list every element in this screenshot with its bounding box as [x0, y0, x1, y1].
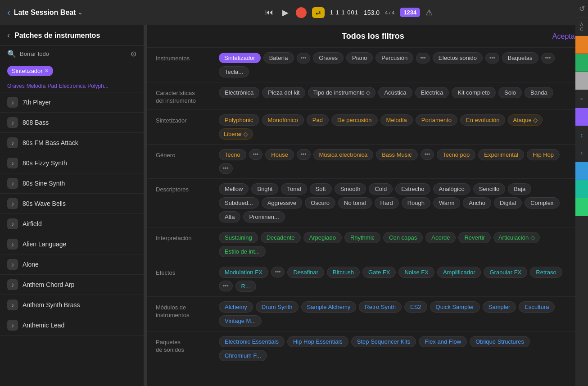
chip-more-1[interactable]: •••: [416, 53, 430, 64]
chip-con-capas[interactable]: Con capas: [383, 232, 423, 243]
chip-desafinar[interactable]: Desafinar: [287, 267, 324, 278]
list-item[interactable]: ♪ Anthem Synth Brass: [0, 295, 144, 315]
chip-ancho[interactable]: Ancho: [463, 197, 491, 209]
chip-pieza-del-kit[interactable]: Pieza del kit: [262, 87, 305, 98]
record-button[interactable]: [296, 7, 307, 18]
chip-bright[interactable]: Bright: [251, 183, 278, 195]
list-item[interactable]: ♪ 808 Bass: [0, 113, 144, 133]
chip-liberar[interactable]: Liberar ◇: [219, 128, 253, 140]
chip-sintetizador[interactable]: Sintetizador: [219, 53, 261, 63]
chip-tipo-instrumento[interactable]: Tipo de instrumento ◇: [308, 87, 375, 98]
chip-aggressive[interactable]: Aggressive: [262, 197, 302, 209]
chip-ataque[interactable]: Ataque ◇: [508, 114, 543, 126]
remove-filter-icon[interactable]: ✕: [45, 68, 49, 74]
chip-en-evolucion[interactable]: En evolución: [460, 114, 505, 126]
chip-complex[interactable]: Complex: [525, 197, 559, 209]
chip-soft[interactable]: Soft: [310, 183, 332, 195]
chip-subdued[interactable]: Subdued...: [219, 197, 259, 209]
chip-tecla[interactable]: Tecla...: [219, 66, 249, 77]
chip-noise-fx[interactable]: Noise FX: [398, 267, 434, 278]
chip-smooth[interactable]: Smooth: [335, 183, 366, 195]
chip-more-genero-1[interactable]: •••: [297, 149, 311, 160]
chip-tonal[interactable]: Tonal: [281, 183, 307, 195]
chip-sample-alchemy[interactable]: Sample Alchemy: [301, 301, 357, 313]
chip-decadente[interactable]: Decadente: [261, 232, 301, 243]
list-item[interactable]: ♪ Anthemic Lead: [0, 315, 144, 336]
chip-kit-completo[interactable]: Kit completo: [452, 87, 496, 98]
list-item[interactable]: ♪ Alien Language: [0, 234, 144, 254]
chip-baquetas[interactable]: Baquetas: [502, 52, 538, 64]
chip-oblique-structures[interactable]: Oblique Structures: [470, 336, 530, 347]
chip-more-3[interactable]: •••: [541, 53, 555, 64]
chip-more-efectos-0[interactable]: •••: [271, 267, 285, 277]
chip-bitcrush[interactable]: Bitcrush: [327, 267, 360, 278]
list-item[interactable]: ♪ Alone: [0, 254, 144, 275]
chip-more-2[interactable]: •••: [485, 53, 499, 64]
chip-drum-synth[interactable]: Drum Synth: [256, 301, 299, 313]
chip-hip-hop-essentials[interactable]: Hip Hop Essentials: [287, 336, 348, 347]
chip-retraso[interactable]: Retraso: [530, 267, 562, 278]
chip-bateria[interactable]: Batería: [263, 52, 294, 64]
chip-articulacion[interactable]: Articulación ◇: [493, 232, 540, 243]
list-item[interactable]: ♪ 80s Wave Bells: [0, 194, 144, 214]
chip-r[interactable]: R...: [235, 281, 256, 292]
chip-baja[interactable]: Baja: [508, 183, 531, 195]
chip-chromium-f[interactable]: Chromium F...: [219, 350, 267, 361]
chip-retro-synth[interactable]: Retro Synth: [359, 301, 402, 313]
chip-granular-fx[interactable]: Granular FX: [484, 267, 527, 278]
chip-electronic-essentials[interactable]: Electronic Essentials: [219, 336, 285, 347]
chip-quick-sampler[interactable]: Quick Sampler: [430, 301, 480, 313]
chip-alta[interactable]: Alta: [219, 211, 240, 223]
chip-sustaining[interactable]: Sustaining: [219, 232, 258, 243]
chip-musica-electronica[interactable]: Música electrónica: [313, 149, 374, 160]
chip-percusion[interactable]: Percusión: [375, 52, 413, 64]
list-item[interactable]: ♪ 80s FM Bass Attack: [0, 133, 144, 153]
chip-bass-music[interactable]: Bass Music: [376, 149, 417, 160]
chip-polyphonic[interactable]: Polyphonic: [219, 114, 259, 126]
chip-modulation-fx[interactable]: Modulation FX: [219, 267, 268, 278]
chip-sencillo[interactable]: Sencillo: [473, 183, 506, 195]
active-filter-chip[interactable]: Sintetizador ✕: [7, 66, 53, 76]
chip-oscuro[interactable]: Oscuro: [305, 197, 335, 209]
chip-estrecho[interactable]: Estrecho: [395, 183, 430, 195]
chip-revertir[interactable]: Revertir: [458, 232, 491, 243]
chip-amplificador[interactable]: Amplificador: [437, 267, 481, 278]
chip-efectos-sonido[interactable]: Efectos sonido: [433, 52, 483, 64]
chip-hip-hop[interactable]: Hip Hop: [527, 149, 560, 160]
chip-more-genero-3[interactable]: •••: [219, 163, 233, 174]
chip-more-genero-0[interactable]: •••: [249, 149, 263, 160]
chip-house[interactable]: House: [265, 149, 294, 160]
list-item[interactable]: ♪ 80s Fizzy Synth: [0, 153, 144, 173]
chip-estilo[interactable]: Estilo de int...: [219, 246, 266, 257]
chip-gate-fx[interactable]: Gate FX: [362, 267, 396, 278]
chip-escultura[interactable]: Escultura: [519, 301, 555, 313]
nav-back-button[interactable]: ‹: [7, 7, 10, 18]
chip-more-efectos-1[interactable]: •••: [219, 281, 233, 291]
list-item[interactable]: ♪ 7th Player: [0, 92, 144, 113]
chip-more-genero-2[interactable]: •••: [421, 149, 434, 160]
chip-more-0[interactable]: •••: [297, 53, 311, 64]
chip-alchemy[interactable]: Alchemy: [219, 301, 253, 313]
accept-button[interactable]: Aceptar: [552, 32, 577, 41]
chip-vintage-m[interactable]: Vintage M...: [219, 315, 262, 327]
chip-rhythmic[interactable]: Rhythmic: [344, 232, 380, 243]
chip-experimental[interactable]: Experimental: [478, 149, 524, 160]
chip-arpegiado[interactable]: Arpegiado: [303, 232, 342, 243]
chip-electrica[interactable]: Eléctrica: [415, 87, 449, 98]
chip-step-sequencer-kits[interactable]: Step Sequencer Kits: [351, 336, 416, 347]
project-title[interactable]: Late Session Beat ⌄: [14, 9, 82, 17]
sidebar-back-button[interactable]: ‹: [7, 31, 10, 40]
clear-all-button[interactable]: Borrar todo: [20, 50, 127, 57]
key-signature-display[interactable]: 1234: [400, 8, 420, 17]
filter-tag[interactable]: Pad: [47, 83, 57, 89]
chip-tecno-pop[interactable]: Tecno pop: [437, 149, 475, 160]
options-icon[interactable]: ⊙: [131, 50, 136, 58]
list-item[interactable]: ♪ Anthem Chord Arp: [0, 275, 144, 295]
chip-de-percusion[interactable]: De percusión: [331, 114, 378, 126]
chip-tecno[interactable]: Tecno: [219, 149, 246, 160]
filter-tag[interactable]: Polyph...: [87, 83, 109, 89]
chip-rough[interactable]: Rough: [402, 197, 430, 209]
chip-warm[interactable]: Warm: [433, 197, 460, 209]
filter-tag[interactable]: Electrónica: [59, 83, 86, 89]
filter-tag[interactable]: Melodía: [27, 83, 46, 89]
